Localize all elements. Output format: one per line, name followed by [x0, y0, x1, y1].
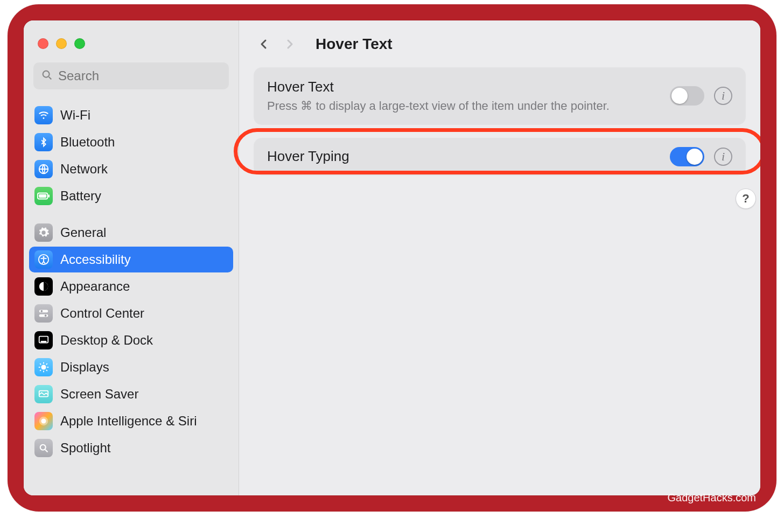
- svg-rect-6: [48, 194, 50, 198]
- sidebar-item-spotlight[interactable]: Spotlight: [29, 435, 233, 461]
- sidebar-item-bluetooth[interactable]: Bluetooth: [29, 129, 233, 155]
- svg-line-29: [45, 450, 48, 452]
- sidebar-item-general[interactable]: General: [29, 220, 233, 246]
- svg-line-22: [46, 370, 47, 371]
- displays-icon: [34, 358, 53, 376]
- hover-text-description: Press ⌘ to display a large-text view of …: [267, 99, 660, 114]
- page-title: Hover Text: [316, 36, 393, 53]
- bluetooth-icon: [34, 133, 53, 151]
- sidebar-item-wifi[interactable]: Wi-Fi: [29, 102, 233, 128]
- sidebar-item-label: Appearance: [60, 279, 130, 294]
- svg-line-1: [49, 77, 52, 80]
- svg-line-23: [40, 370, 41, 371]
- sidebar-item-label: Apple Intelligence & Siri: [60, 414, 197, 429]
- hover-text-text: Hover Text Press ⌘ to display a large-te…: [267, 79, 660, 114]
- spotlight-icon: [34, 439, 53, 457]
- wifi-icon: [34, 106, 53, 124]
- sidebar-item-battery[interactable]: Battery: [29, 183, 233, 209]
- sidebar-item-appearance[interactable]: Appearance: [29, 274, 233, 299]
- sidebar-item-label: Displays: [60, 360, 109, 375]
- globe-icon: [34, 160, 53, 178]
- hover-text-title: Hover Text: [267, 79, 660, 95]
- svg-rect-15: [41, 341, 47, 342]
- sidebar-item-label: Battery: [60, 188, 101, 204]
- info-icon[interactable]: i: [714, 87, 732, 105]
- hover-typing-title: Hover Typing: [267, 148, 660, 165]
- sidebar-item-apple-intelligence[interactable]: Apple Intelligence & Siri: [29, 408, 233, 434]
- nav-back-forward: [252, 32, 302, 56]
- sidebar-item-control-center[interactable]: Control Center: [29, 300, 233, 326]
- search-input[interactable]: [58, 68, 221, 83]
- svg-line-21: [40, 363, 41, 365]
- svg-point-27: [41, 418, 46, 423]
- sidebar-item-label: Network: [60, 162, 108, 177]
- sidebar-item-label: Bluetooth: [60, 135, 115, 150]
- dock-icon: [34, 331, 53, 349]
- close-window-button[interactable]: [38, 38, 48, 49]
- svg-point-8: [43, 256, 44, 258]
- main-pane: Hover Text Hover Text Press ⌘ to display…: [239, 20, 760, 495]
- battery-icon: [34, 187, 53, 205]
- sidebar-item-label: Wi-Fi: [60, 108, 90, 123]
- sidebar-nav: Wi-Fi Bluetooth Network: [24, 95, 239, 495]
- svg-point-2: [43, 117, 45, 119]
- sidebar-item-accessibility[interactable]: Accessibility: [29, 247, 233, 272]
- svg-point-12: [41, 310, 43, 312]
- sidebar-item-label: General: [60, 225, 106, 240]
- hover-typing-toggle[interactable]: [670, 147, 704, 166]
- gear-icon: [34, 223, 53, 242]
- sidebar-item-desktop-dock[interactable]: Desktop & Dock: [29, 327, 233, 353]
- svg-rect-10: [39, 310, 48, 313]
- hover-typing-panel: Hover Typing i: [254, 138, 745, 175]
- search-container: [24, 55, 239, 95]
- search-field[interactable]: [33, 62, 229, 89]
- sidebar-item-label: Desktop & Dock: [60, 333, 153, 348]
- sidebar: Wi-Fi Bluetooth Network: [24, 20, 239, 495]
- sidebar-group-2: General Accessibility Appearance: [29, 210, 233, 461]
- sidebar-item-label: Control Center: [60, 306, 144, 321]
- sidebar-item-label: Screen Saver: [60, 387, 138, 402]
- zoom-window-button[interactable]: [74, 38, 85, 49]
- window-controls: [24, 20, 239, 55]
- back-button[interactable]: [252, 32, 276, 56]
- svg-point-13: [45, 314, 47, 317]
- watermark: GadgetHacks.com: [667, 492, 756, 504]
- hover-text-toggle[interactable]: [670, 86, 704, 106]
- siri-icon: [34, 412, 53, 430]
- sidebar-item-screen-saver[interactable]: Screen Saver: [29, 381, 233, 407]
- annotation-frame: Wi-Fi Bluetooth Network: [8, 4, 776, 512]
- sidebar-item-network[interactable]: Network: [29, 156, 233, 182]
- forward-button[interactable]: [278, 32, 302, 56]
- titlebar: Hover Text: [239, 20, 760, 68]
- sidebar-group-1: Wi-Fi Bluetooth Network: [29, 99, 233, 209]
- info-icon[interactable]: i: [714, 148, 732, 166]
- hover-typing-text: Hover Typing: [267, 148, 660, 165]
- svg-point-0: [43, 71, 50, 78]
- svg-point-16: [41, 365, 46, 369]
- accessibility-icon: [34, 250, 53, 269]
- screensaver-icon: [34, 385, 53, 403]
- control-center-icon: [34, 304, 53, 323]
- sidebar-item-label: Spotlight: [60, 440, 110, 456]
- sidebar-item-label: Accessibility: [60, 252, 131, 267]
- svg-point-28: [40, 445, 46, 450]
- content-area: Hover Text Press ⌘ to display a large-te…: [239, 68, 760, 495]
- hover-text-panel: Hover Text Press ⌘ to display a large-te…: [254, 68, 745, 124]
- settings-window: Wi-Fi Bluetooth Network: [24, 20, 760, 495]
- help-button[interactable]: ?: [736, 188, 756, 209]
- svg-rect-5: [39, 194, 46, 198]
- svg-rect-11: [39, 314, 48, 317]
- sidebar-item-displays[interactable]: Displays: [29, 354, 233, 380]
- appearance-icon: [34, 277, 53, 296]
- minimize-window-button[interactable]: [56, 38, 67, 49]
- search-icon: [41, 69, 53, 83]
- svg-line-24: [46, 363, 47, 365]
